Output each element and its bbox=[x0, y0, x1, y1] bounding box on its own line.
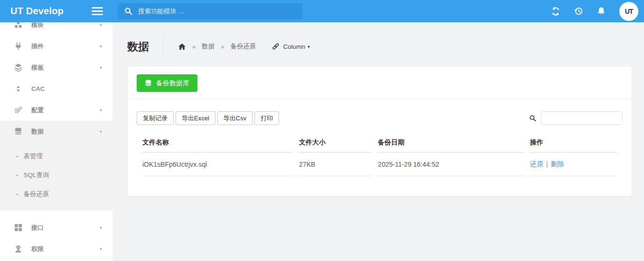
sidebar-subitem-label: 备份还原 bbox=[24, 190, 49, 198]
column-header-actions: 操作 bbox=[530, 135, 617, 153]
page-title: 数据 bbox=[127, 39, 149, 54]
sidebar-subitem-sql-query[interactable]: • SQL查询 bbox=[0, 166, 112, 185]
backup-files-table: 文件名称 文件大小 备份日期 操作 iOK1sBFp6Uctrjvx.sql 2… bbox=[137, 135, 623, 176]
restore-link[interactable]: 还原 bbox=[530, 160, 543, 168]
backup-database-button[interactable]: 备份数据库 bbox=[137, 74, 197, 92]
breadcrumb-item-backup-restore: 备份还原 bbox=[230, 42, 256, 51]
app-title: UT Develop bbox=[10, 6, 64, 17]
column-dropdown-label: Column bbox=[283, 43, 305, 50]
search-icon bbox=[124, 7, 132, 15]
sidebar-item-label: 接口 bbox=[31, 224, 44, 232]
breadcrumb-separator: » bbox=[192, 43, 196, 50]
sidebar-item-label: 配置 bbox=[31, 106, 44, 115]
table-search bbox=[529, 111, 623, 125]
card-header: 备份数据库 bbox=[128, 66, 632, 99]
layers-icon bbox=[12, 63, 24, 72]
sidebar-item-label: CAC bbox=[31, 85, 45, 92]
database-icon bbox=[12, 127, 24, 135]
sidebar-item-permissions[interactable]: 权限 ▾ bbox=[0, 238, 112, 260]
link-icon bbox=[272, 43, 280, 50]
cell-backup-date: 2025-11-29 16:44:52 bbox=[378, 153, 524, 176]
home-icon[interactable] bbox=[178, 43, 186, 50]
column-header-filename: 文件名称 bbox=[142, 135, 293, 153]
grid-icon bbox=[12, 224, 24, 232]
sidebar-group-data: 数据 ▾ • 表管理 • SQL查询 • 备份还原 bbox=[0, 121, 112, 210]
sidebar-item-plugins[interactable]: 插件 ▾ bbox=[0, 36, 112, 57]
sidebar-subitem-label: SQL查询 bbox=[24, 171, 49, 180]
content-card: 备份数据库 复制记录 导出Excel 导出Csv 打印 bbox=[127, 66, 632, 197]
sidebar-item-api[interactable]: 接口 ▾ bbox=[0, 217, 112, 238]
user-secret-icon bbox=[12, 245, 24, 253]
main-content: 数据 » 数据 » 备份还原 Column ▾ bbox=[112, 0, 644, 261]
gears-icon bbox=[12, 106, 24, 114]
sync-icon[interactable] bbox=[551, 7, 560, 16]
avatar[interactable]: UT bbox=[619, 2, 638, 21]
search-icon bbox=[529, 115, 536, 122]
chevron-down-icon: ▾ bbox=[100, 108, 102, 113]
column-dropdown[interactable]: Column ▾ bbox=[272, 43, 310, 50]
chevron-down-icon: ▾ bbox=[100, 225, 102, 230]
database-icon bbox=[145, 80, 152, 87]
plug-icon bbox=[12, 42, 24, 50]
sidebar-item-label: 插件 bbox=[31, 42, 44, 51]
bullet-icon: • bbox=[16, 191, 19, 198]
sidebar-item-label: 数据 bbox=[31, 127, 44, 136]
hamburger-menu-icon[interactable] bbox=[92, 5, 103, 17]
card-body: 复制记录 导出Excel 导出Csv 打印 bbox=[128, 99, 632, 196]
cell-actions: 还原|删除 bbox=[530, 153, 617, 176]
chevron-down-icon: ▾ bbox=[100, 44, 102, 49]
avatar-text: UT bbox=[625, 8, 633, 15]
breadcrumb-separator: » bbox=[221, 43, 224, 50]
topbar-search bbox=[118, 3, 302, 19]
header-divider bbox=[163, 36, 164, 56]
chevron-down-icon: ▾ bbox=[100, 65, 102, 70]
sidebar-subitem-table-manage[interactable]: • 表管理 bbox=[0, 147, 112, 166]
sidebar-item-data[interactable]: 数据 ▾ bbox=[0, 121, 112, 142]
brand-area: UT Develop bbox=[0, 0, 112, 22]
action-separator: | bbox=[546, 160, 548, 168]
bell-icon[interactable] bbox=[597, 7, 606, 16]
breadcrumb-item-data[interactable]: 数据 bbox=[202, 42, 215, 51]
table-search-input[interactable] bbox=[541, 111, 623, 125]
chevron-down-icon: ▾ bbox=[100, 246, 102, 252]
bullet-icon: • bbox=[16, 153, 19, 160]
column-header-filesize: 文件大小 bbox=[299, 135, 372, 153]
table-row: iOK1sBFp6Uctrjvx.sql 27KB 2025-11-29 16:… bbox=[142, 153, 617, 176]
chevron-down-icon: ▾ bbox=[100, 129, 102, 134]
cell-filesize: 27KB bbox=[299, 153, 372, 176]
sort-icon bbox=[12, 85, 24, 93]
sidebar: 模块 ▾ 插件 ▾ 模板 ▾ bbox=[0, 0, 112, 261]
sidebar-gap bbox=[0, 210, 112, 217]
search-input[interactable] bbox=[138, 8, 296, 15]
sidebar-item-label: 权限 bbox=[31, 245, 44, 253]
chevron-down-icon: ▾ bbox=[100, 22, 102, 27]
export-csv-button[interactable]: 导出Csv bbox=[217, 111, 252, 125]
history-icon[interactable] bbox=[574, 7, 583, 16]
column-header-backup-date: 备份日期 bbox=[378, 135, 524, 153]
copy-records-button[interactable]: 复制记录 bbox=[137, 111, 174, 125]
breadcrumb: » 数据 » 备份还原 bbox=[178, 42, 256, 51]
sidebar-item-label: 模板 bbox=[31, 63, 44, 72]
backup-button-label: 备份数据库 bbox=[156, 79, 189, 88]
sidebar-subitem-label: 表管理 bbox=[24, 152, 43, 161]
sidebar-item-config[interactable]: 配置 ▾ bbox=[0, 99, 112, 121]
chevron-down-icon: ▾ bbox=[308, 44, 310, 49]
sidebar-submenu-data: • 表管理 • SQL查询 • 备份还原 bbox=[0, 142, 112, 204]
delete-link[interactable]: 删除 bbox=[551, 160, 564, 168]
sidebar-item-cac[interactable]: CAC bbox=[0, 78, 112, 99]
cell-filename: iOK1sBFp6Uctrjvx.sql bbox=[142, 153, 293, 176]
sidebar-subitem-backup-restore[interactable]: • 备份还原 bbox=[0, 185, 112, 204]
sidebar-item-templates[interactable]: 模板 ▾ bbox=[0, 57, 112, 78]
table-toolbar: 复制记录 导出Excel 导出Csv 打印 bbox=[137, 111, 623, 125]
export-excel-button[interactable]: 导出Excel bbox=[176, 111, 215, 125]
print-button[interactable]: 打印 bbox=[254, 111, 279, 125]
topbar: UT Develop bbox=[0, 0, 644, 22]
bullet-icon: • bbox=[16, 172, 19, 179]
page-header: 数据 » 数据 » 备份还原 Column ▾ bbox=[112, 22, 644, 66]
topbar-actions: UT bbox=[551, 2, 644, 21]
